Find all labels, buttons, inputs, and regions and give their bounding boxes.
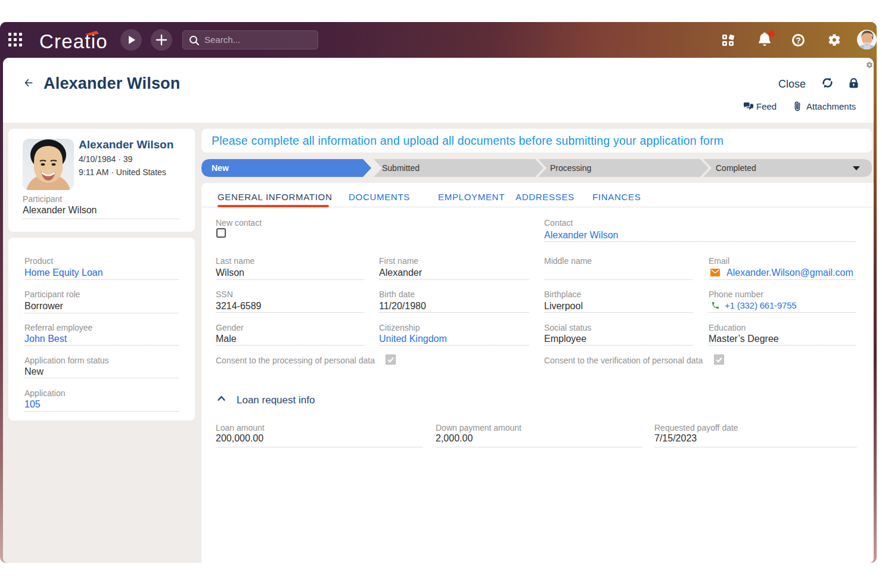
svg-text:?: ? xyxy=(796,36,801,45)
svg-text:New: New xyxy=(212,163,229,173)
svg-text:Completed: Completed xyxy=(716,163,756,173)
svg-text:Submitted: Submitted xyxy=(382,163,420,173)
svg-text:Processing: Processing xyxy=(550,163,591,173)
